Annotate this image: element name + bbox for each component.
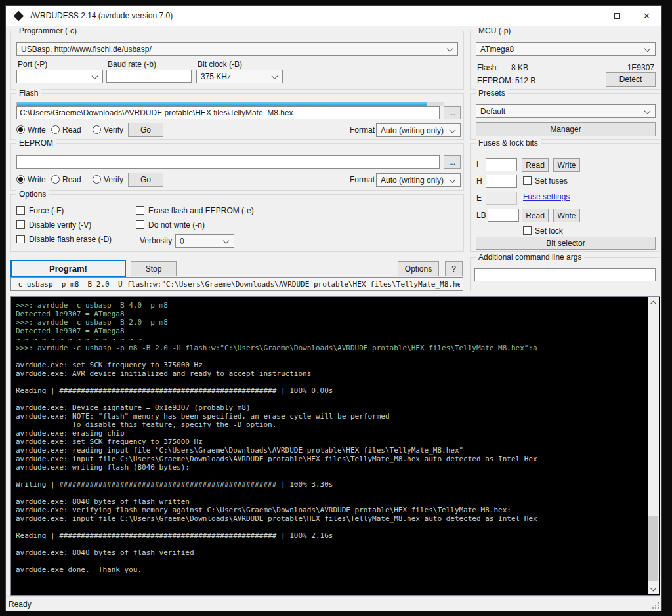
lock-write-button[interactable]: Write — [553, 209, 580, 222]
disable-flash-erase-checkbox[interactable] — [16, 235, 25, 243]
flash-format-select[interactable]: Auto (writing only) — [376, 123, 461, 137]
stop-button[interactable]: Stop — [131, 261, 177, 276]
eeprom-write-radio[interactable] — [16, 175, 25, 184]
eeprom-format-select[interactable]: Auto (writing only) — [376, 173, 461, 187]
console-line: avrdude.exe: set SCK frequency to 375000… — [16, 361, 646, 369]
baud-rate-input[interactable] — [106, 70, 192, 83]
mcu-eeprom-label: EEPROM: — [477, 76, 513, 85]
manager-button[interactable]: Manager — [476, 122, 656, 136]
program-button[interactable]: Program! — [10, 260, 126, 277]
mcu-select[interactable]: ATmega8 — [476, 42, 656, 56]
presets-group: Presets Default Manager — [470, 93, 660, 140]
force-label[interactable]: Force (-F) — [29, 206, 64, 215]
flash-file-input[interactable] — [16, 106, 440, 119]
fuse-write-button[interactable]: Write — [553, 158, 580, 172]
flash-write-radio[interactable] — [16, 125, 25, 134]
console-line: avrdude.exe: set SCK frequency to 375000… — [16, 438, 646, 446]
maximize-button[interactable] — [602, 6, 632, 26]
flash-read-label[interactable]: Read — [62, 125, 81, 134]
help-button[interactable]: ? — [445, 261, 463, 276]
set-fuses-checkbox[interactable] — [523, 176, 532, 185]
command-line-preview[interactable] — [10, 277, 463, 291]
flash-group-label: Flash — [16, 89, 41, 98]
chevron-down-icon — [92, 73, 98, 79]
disable-flash-erase-label[interactable]: Disable flash erase (-D) — [29, 235, 112, 244]
console-line: avrdude.exe: verifying flash memory agai… — [16, 506, 646, 514]
chevron-down-icon — [450, 127, 456, 133]
console-line: Writing | ##############################… — [16, 480, 646, 489]
erase-flash-eeprom-checkbox[interactable] — [136, 206, 144, 215]
lock-bits-input[interactable] — [488, 209, 519, 222]
resize-grip-icon[interactable] — [658, 607, 659, 609]
console-line: Reading | ##############################… — [16, 531, 646, 540]
fuses-group: Fuses & lock bits L Read Write H Set fus… — [470, 143, 660, 252]
console-scrollbar[interactable] — [648, 297, 659, 594]
fuse-l-input[interactable] — [486, 158, 517, 171]
programmer-select[interactable]: USBasp, http://www.fischl.de/usbasp/ — [16, 42, 458, 56]
eeprom-read-label[interactable]: Read — [62, 175, 81, 184]
scroll-up-button[interactable] — [648, 297, 659, 308]
console-line: To disable this feature, specify the -D … — [16, 421, 646, 429]
fuse-h-input[interactable] — [486, 175, 517, 188]
do-not-write-label[interactable]: Do not write (-n) — [148, 220, 205, 230]
status-bar: Ready — [6, 596, 662, 611]
baud-rate-label: Baud rate (-b) — [108, 60, 156, 69]
console-line — [16, 523, 646, 531]
eeprom-verify-radio[interactable] — [93, 175, 101, 184]
options-button[interactable]: Options — [398, 261, 439, 276]
console-line: avrdude.exe: Device signature = 0x1e9307… — [16, 403, 646, 412]
eeprom-verify-label[interactable]: Verify — [104, 175, 123, 184]
console-output[interactable]: >>>: avrdude -c usbasp -B 4.0 -p m8Detec… — [10, 296, 660, 596]
flash-verify-radio[interactable] — [93, 125, 101, 134]
fuse-read-button[interactable]: Read — [522, 158, 549, 172]
flash-browse-button[interactable]: ... — [444, 106, 461, 119]
lock-read-button[interactable]: Read — [522, 209, 549, 222]
eeprom-browse-button[interactable]: ... — [444, 155, 461, 169]
fuse-l-label: L — [476, 160, 481, 169]
console-line: avrdude.exe done. Thank you. — [16, 565, 646, 574]
console-line: Detected 1e9307 = ATmega8 — [16, 327, 646, 335]
flash-go-button[interactable]: Go — [128, 123, 163, 137]
mcu-flash-label: Flash: — [477, 63, 499, 72]
mcu-signature: 1E9307 — [627, 63, 654, 72]
eeprom-go-button[interactable]: Go — [128, 173, 163, 187]
eeprom-group-label: EEPROM — [16, 138, 56, 148]
eeprom-read-radio[interactable] — [51, 175, 60, 184]
verbosity-select[interactable]: 0 — [175, 234, 234, 248]
eeprom-file-input[interactable] — [16, 155, 440, 169]
scrollbar-thumb[interactable] — [648, 516, 658, 581]
bit-selector-button[interactable]: Bit selector — [476, 237, 656, 250]
disable-verify-label[interactable]: Disable verify (-V) — [29, 220, 91, 230]
disable-verify-checkbox[interactable] — [16, 220, 25, 229]
flash-read-radio[interactable] — [51, 125, 60, 134]
force-checkbox[interactable] — [16, 206, 25, 215]
verbosity-selected-value: 0 — [180, 237, 184, 246]
bit-clock-select[interactable]: 375 KHz — [196, 70, 283, 83]
erase-flash-eeprom-label[interactable]: Erase flash and EEPROM (-e) — [148, 206, 254, 215]
flash-write-label[interactable]: Write — [28, 125, 46, 134]
fuse-settings-link[interactable]: Fuse settings — [523, 192, 570, 201]
chevron-down-icon — [447, 45, 453, 52]
detect-button[interactable]: Detect — [606, 72, 656, 87]
eeprom-format-label: Format — [350, 175, 375, 184]
flash-progress-bar — [16, 102, 444, 106]
minimize-button[interactable] — [573, 6, 602, 26]
chevron-down-icon — [644, 108, 651, 114]
close-button[interactable]: ✕ — [632, 6, 662, 26]
presets-select[interactable]: Default — [476, 104, 656, 118]
set-lock-checkbox[interactable] — [523, 226, 532, 235]
set-lock-label[interactable]: Set lock — [535, 226, 563, 236]
port-select[interactable] — [16, 70, 103, 83]
eeprom-write-label[interactable]: Write — [28, 175, 46, 184]
scroll-down-button[interactable] — [648, 583, 659, 594]
flash-verify-label[interactable]: Verify — [104, 125, 123, 134]
fuse-h-label: H — [476, 176, 482, 186]
console-line: avrdude.exe: reading input file "C:\User… — [16, 446, 646, 455]
additional-args-group: Additional command line args — [470, 257, 660, 291]
console-line — [16, 472, 646, 480]
do-not-write-checkbox[interactable] — [136, 220, 144, 229]
additional-args-input[interactable] — [474, 268, 656, 281]
mcu-group: MCU (-p) ATmega8 Flash: 8 KB 1E9307 EEPR… — [470, 31, 660, 90]
set-fuses-label[interactable]: Set fuses — [535, 176, 568, 186]
console-line: Detected 1e9307 = ATmega8 — [16, 310, 646, 318]
